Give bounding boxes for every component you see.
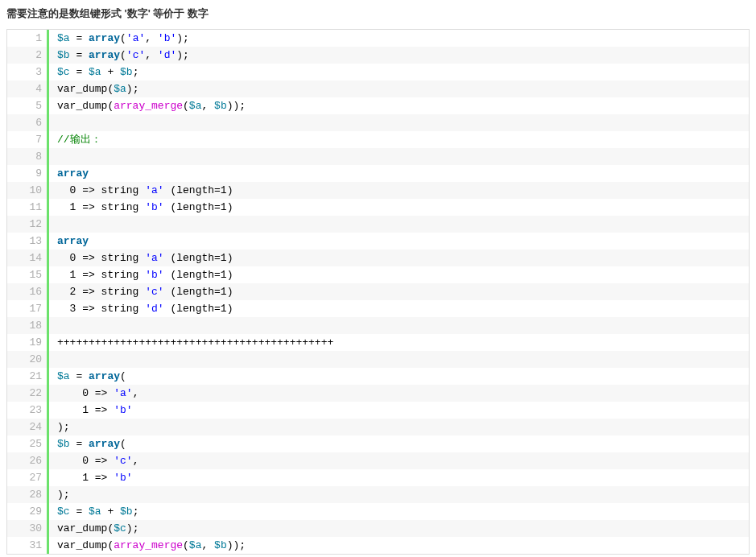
token: (length=1) [164,269,233,281]
token: $b [57,438,70,450]
token: ; [133,505,139,518]
token: ++++++++++++++++++++++++++++++++++++++++… [57,336,333,349]
line-number: 20 [7,351,49,368]
token: = [70,32,89,44]
line-number: 26 [7,452,49,469]
code-line: 8 [7,148,749,165]
code-line: 31var_dump(array_merge($a, $b)); [7,537,749,554]
token: array_merge [114,539,183,551]
token: $a [57,370,70,382]
code-content: 2 => string 'c' (length=1) [49,283,233,300]
code-line: 15 1 => string 'b' (length=1) [7,266,749,283]
token: , [133,387,139,399]
line-number: 2 [7,47,49,64]
token: $b [120,505,133,518]
token: $a [189,539,202,551]
code-content: //输出： [49,131,101,148]
token: ); [126,83,139,95]
code-content: $b = array('c', 'd'); [49,47,189,64]
token: ( [120,438,126,450]
code-line: 9array [7,165,749,182]
code-content: $a = array('a', 'b'); [49,30,189,47]
token: , [145,32,158,44]
token: $c [57,66,70,78]
line-number: 11 [7,199,49,216]
token: 'b' [145,201,163,213]
code-line: 24); [7,419,749,435]
line-number: 1 [7,30,49,47]
token: var_dump( [57,522,114,534]
token: + [101,505,120,518]
token: , [133,455,139,467]
token: array_merge [114,100,183,112]
token: array [89,32,120,44]
code-content: 1 => 'b' [49,402,133,419]
code-line: 21$a = array( [7,368,749,385]
line-number: 12 [7,216,49,233]
code-line: 26 0 => 'c', [7,452,749,469]
token: 'a' [145,184,163,196]
code-content: 0 => 'a', [49,385,138,402]
code-content [49,216,57,233]
line-number: 31 [7,537,49,554]
token: $a [114,83,126,95]
line-number: 7 [7,131,49,148]
token: 3 => string [57,303,145,315]
line-number: 29 [7,503,49,520]
token: $c [57,505,70,518]
code-content: 1 => string 'b' (length=1) [49,266,233,283]
token: $b [120,66,133,78]
token: var_dump( [57,100,114,112]
token: ; [133,66,139,78]
token: $c [114,522,126,534]
token: 1 => string [57,269,145,281]
line-number: 27 [7,469,49,486]
token: 'a' [145,252,163,264]
code-line: 4var_dump($a); [7,80,749,97]
token: ( [120,32,126,44]
token: = [70,66,89,78]
token: $a [57,32,70,44]
token: 1 => [57,404,114,416]
token: 'c' [145,286,163,298]
token: (length=1) [164,252,233,264]
code-line: 6 [7,114,749,131]
code-line: 17 3 => string 'd' (length=1) [7,300,749,317]
token: $b [214,539,227,551]
code-line: 23 1 => 'b' [7,402,749,419]
code-block: 1$a = array('a', 'b');2$b = array('c', '… [6,29,750,555]
code-content: var_dump(array_merge($a, $b)); [49,537,246,554]
token: (length=1) [164,184,233,196]
token: 'c' [114,455,132,467]
line-number: 5 [7,97,49,114]
token: ); [57,421,70,433]
token: ); [176,49,189,61]
token: )); [227,100,246,112]
code-line: 5var_dump(array_merge($a, $b)); [7,97,749,114]
token: = [70,49,89,61]
token: $a [189,100,202,112]
code-content: 0 => string 'a' (length=1) [49,250,233,266]
code-content: $c = $a + $b; [49,503,138,520]
line-number: 17 [7,300,49,317]
token: array [89,49,120,61]
token: 'd' [158,49,176,61]
token: 'b' [114,472,132,484]
line-number: 4 [7,80,49,97]
code-content: 1 => 'b' [49,469,133,486]
token: = [70,438,89,450]
code-line: 18 [7,317,749,334]
page-heading: 需要注意的是数组键形式 '数字' 等价于 数字 [0,6,756,29]
line-number: 19 [7,334,49,351]
code-content: 0 => string 'a' (length=1) [49,182,233,199]
code-content: 0 => 'c', [49,452,138,469]
token: array [57,167,89,179]
code-content: $c = $a + $b; [49,64,138,80]
code-line: 2$b = array('c', 'd'); [7,47,749,64]
line-number: 15 [7,266,49,283]
token: ( [120,49,126,61]
code-content: $a = array( [49,368,126,385]
code-content: ); [49,419,70,435]
token: , [201,100,214,112]
code-content: var_dump($a); [49,80,138,97]
